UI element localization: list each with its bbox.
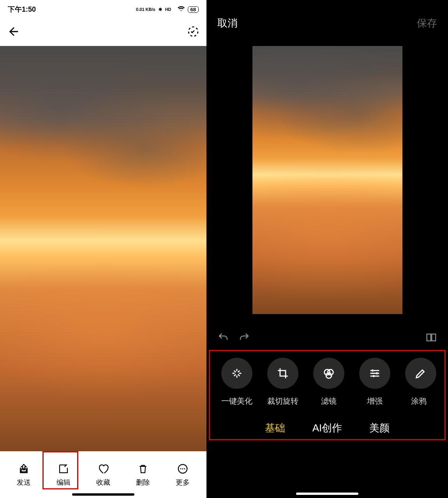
delete-button[interactable]: 删除 [127,463,159,487]
photo-preview[interactable] [0,46,206,451]
battery-indicator: 68 [188,6,199,13]
svg-point-3 [182,468,183,469]
hd-indicator: HD [165,7,171,12]
sliders-icon [359,358,390,389]
auto-beautify-tool[interactable]: 一键美化 [217,358,256,406]
edit-icon [58,463,69,475]
editor-canvas-area [206,46,448,327]
status-bar: 下午1:50 0.01 KB/s ✱ HD 68 [0,0,206,19]
compare-button[interactable] [425,332,437,345]
enhance-label: 增强 [367,396,383,406]
trash-icon [137,463,149,475]
tab-ai-create[interactable]: AI创作 [312,421,342,435]
photo-viewer-panel: 下午1:50 0.01 KB/s ✱ HD 68 发送 [0,0,206,498]
svg-point-9 [326,373,332,378]
heart-icon [97,463,109,475]
more-icon [177,463,189,475]
share-icon [18,463,30,475]
photo-editor-panel: 取消 保存 一键美化 裁切旋转 [206,0,448,498]
favorite-button[interactable]: 收藏 [88,463,119,487]
doodle-label: 涂鸦 [411,396,427,406]
undo-redo-bar [206,327,448,350]
sync-icon[interactable] [187,25,199,39]
editor-tabs: 基础 AI创作 美颜 [206,406,448,443]
more-label: 更多 [176,478,190,487]
favorite-label: 收藏 [96,478,110,487]
svg-rect-5 [427,334,431,341]
svg-point-2 [180,468,182,469]
editor-photo[interactable] [252,46,402,314]
tab-beauty[interactable]: 美颜 [369,421,390,435]
filter-tool[interactable]: 滤镜 [309,358,348,406]
cancel-button[interactable]: 取消 [217,16,238,30]
more-button[interactable]: 更多 [167,463,198,487]
redo-button[interactable] [238,332,250,345]
edit-tools-row: 一键美化 裁切旋转 滤镜 增强 涂鸦 [206,350,448,406]
home-indicator-editor[interactable] [296,493,358,495]
home-indicator[interactable] [72,493,134,496]
crop-rotate-label: 裁切旋转 [267,396,298,406]
crop-icon [267,358,298,389]
send-button[interactable]: 发送 [8,463,39,487]
delete-label: 删除 [136,478,150,487]
send-label: 发送 [17,478,31,487]
auto-beautify-label: 一键美化 [221,396,252,406]
viewer-toolbar: 发送 编辑 收藏 删除 更多 [0,451,206,498]
net-speed: 0.01 KB/s [136,7,155,12]
svg-rect-6 [432,334,436,341]
back-button[interactable] [7,25,20,40]
crop-rotate-tool[interactable]: 裁切旋转 [263,358,302,406]
tab-basic[interactable]: 基础 [265,421,285,435]
filter-icon [313,358,344,389]
edit-label: 编辑 [56,478,71,487]
viewer-app-bar [0,19,206,46]
status-indicators: 0.01 KB/s ✱ HD 68 [136,6,199,13]
wifi-icon [178,6,185,12]
doodle-tool[interactable]: 涂鸦 [401,358,436,406]
save-button[interactable]: 保存 [417,16,437,30]
editor-topbar: 取消 保存 [206,0,448,46]
enhance-tool[interactable]: 增强 [355,358,394,406]
undo-button[interactable] [217,332,229,345]
status-time: 下午1:50 [8,5,36,14]
svg-point-4 [184,468,185,469]
sparkle-icon [221,358,252,389]
edit-button[interactable]: 编辑 [48,463,79,487]
bluetooth-icon: ✱ [159,7,162,12]
pen-icon [405,358,436,389]
filter-label: 滤镜 [321,396,337,406]
